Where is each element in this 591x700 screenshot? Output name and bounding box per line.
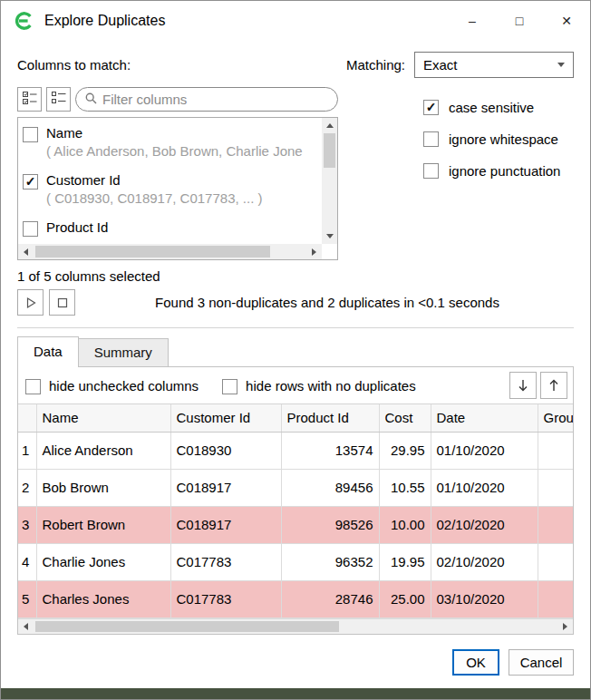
cell-group[interactable] xyxy=(538,506,573,543)
table-row-duplicate: 3 Robert Brown C018917 98526 10.00 02/10… xyxy=(18,506,573,543)
column-sample: ( Alice Anderson, Bob Brown, Charlie Jon… xyxy=(46,142,303,160)
arrow-left-icon xyxy=(24,623,28,630)
cell-group[interactable] xyxy=(538,469,573,506)
window-controls: – □ ✕ xyxy=(449,1,590,41)
cell-customer-id[interactable]: C018917 xyxy=(170,506,281,543)
column-item-product-id[interactable]: Product Id xyxy=(18,212,322,241)
arrow-up-icon xyxy=(326,123,334,128)
col-header-group[interactable]: Group xyxy=(538,404,573,432)
cell-customer-id[interactable]: C017783 xyxy=(170,543,281,580)
col-header-date[interactable]: Date xyxy=(431,404,538,432)
cell-name[interactable]: Charles Jones xyxy=(36,580,170,617)
cell-date[interactable]: 01/10/2020 xyxy=(431,432,538,469)
horizontal-scroll-thumb[interactable] xyxy=(35,246,270,258)
cell-cost[interactable]: 19.95 xyxy=(379,543,431,580)
cell-customer-id[interactable]: C017783 xyxy=(170,580,281,617)
arrow-down-icon xyxy=(516,378,530,393)
filter-columns-input[interactable] xyxy=(102,92,328,107)
check-all-columns-button[interactable] xyxy=(17,87,42,112)
move-up-button[interactable] xyxy=(540,372,567,399)
cell-date[interactable]: 02/10/2020 xyxy=(431,543,538,580)
cell-cost[interactable]: 10.55 xyxy=(379,469,431,506)
cell-product-id[interactable]: 96352 xyxy=(281,543,379,580)
cell-customer-id[interactable]: C018917 xyxy=(170,469,281,506)
col-header-row-number[interactable] xyxy=(18,404,36,432)
hide-unchecked-columns-checkbox[interactable] xyxy=(25,379,41,394)
cell-group[interactable] xyxy=(538,432,573,469)
cell-cost[interactable]: 10.00 xyxy=(379,506,431,543)
vertical-scroll-thumb[interactable] xyxy=(324,133,335,168)
cell-date[interactable]: 03/10/2020 xyxy=(431,580,538,617)
columns-selected-status: 1 of 5 columns selected xyxy=(17,268,338,284)
col-header-cost[interactable]: Cost xyxy=(379,404,431,432)
cell-customer-id[interactable]: C018930 xyxy=(170,432,281,469)
cell-group[interactable] xyxy=(538,580,573,617)
scroll-right-button[interactable] xyxy=(306,244,322,259)
cell-cost[interactable]: 29.95 xyxy=(379,432,431,469)
close-button[interactable]: ✕ xyxy=(543,1,590,41)
maximize-button[interactable]: □ xyxy=(496,1,543,41)
tab-data[interactable]: Data xyxy=(17,336,79,367)
columns-list-vertical-scrollbar[interactable] xyxy=(322,118,337,244)
scroll-left-button[interactable] xyxy=(18,618,34,634)
hide-no-duplicate-rows-checkbox[interactable] xyxy=(222,379,237,394)
scroll-right-button[interactable] xyxy=(557,618,573,634)
column-checkbox[interactable] xyxy=(23,127,38,142)
tab-summary[interactable]: Summary xyxy=(79,338,169,366)
column-checkbox[interactable] xyxy=(23,221,38,237)
column-item-name[interactable]: Name ( Alice Anderson, Bob Brown, Charli… xyxy=(18,118,322,165)
row-number: 4 xyxy=(18,543,36,580)
column-name: Name xyxy=(46,124,303,142)
arrow-down-icon xyxy=(326,234,334,238)
scroll-left-button[interactable] xyxy=(18,244,34,259)
horizontal-scroll-thumb[interactable] xyxy=(35,621,339,632)
search-icon xyxy=(85,92,97,107)
horizontal-scroll-track[interactable] xyxy=(34,619,557,634)
cell-name[interactable]: Charlie Jones xyxy=(36,543,170,580)
column-item-customer-id[interactable]: ✓ Customer Id ( C018930, C018917, C01778… xyxy=(18,165,322,212)
cell-group[interactable] xyxy=(538,543,573,580)
table-row: 4 Charlie Jones C017783 96352 19.95 02/1… xyxy=(18,543,573,580)
play-button[interactable] xyxy=(17,289,44,316)
table-horizontal-scrollbar[interactable] xyxy=(18,618,573,634)
table-row: 1 Alice Anderson C018930 13574 29.95 01/… xyxy=(18,432,573,469)
stop-button[interactable] xyxy=(49,289,75,316)
col-header-product-id[interactable]: Product Id xyxy=(281,404,379,432)
filter-columns-box[interactable] xyxy=(75,87,338,112)
scroll-up-button[interactable] xyxy=(322,118,337,133)
titlebar[interactable]: Explore Duplicates – □ ✕ xyxy=(1,1,590,41)
arrow-left-icon xyxy=(24,248,28,256)
col-header-name[interactable]: Name xyxy=(36,404,170,432)
cell-product-id[interactable]: 28746 xyxy=(281,580,379,617)
cell-cost[interactable]: 25.00 xyxy=(379,580,431,617)
cell-name[interactable]: Alice Anderson xyxy=(36,432,170,469)
data-table: Name Customer Id Product Id Cost Date Gr… xyxy=(18,404,573,618)
ignore-punctuation-checkbox[interactable] xyxy=(423,163,439,179)
scroll-down-button[interactable] xyxy=(322,228,337,244)
data-table-viewport: Name Customer Id Product Id Cost Date Gr… xyxy=(18,404,573,618)
uncheck-all-columns-button[interactable] xyxy=(46,87,71,112)
divider xyxy=(17,327,574,328)
matching-select[interactable]: Exact xyxy=(414,52,574,78)
cell-name[interactable]: Bob Brown xyxy=(36,469,170,506)
column-checkbox[interactable]: ✓ xyxy=(23,174,38,190)
cancel-button[interactable]: Cancel xyxy=(509,649,574,676)
background-strip xyxy=(1,688,590,699)
case-sensitive-checkbox[interactable]: ✓ xyxy=(423,100,439,115)
cell-date[interactable]: 02/10/2020 xyxy=(431,506,538,543)
cell-product-id[interactable]: 13574 xyxy=(281,432,379,469)
ok-button[interactable]: OK xyxy=(452,649,499,676)
arrow-right-icon xyxy=(563,623,567,630)
horizontal-scroll-track[interactable] xyxy=(34,244,306,259)
cell-product-id[interactable]: 98526 xyxy=(281,506,379,543)
vertical-scroll-track[interactable] xyxy=(322,133,337,228)
move-down-button[interactable] xyxy=(509,372,537,399)
cell-date[interactable]: 01/10/2020 xyxy=(431,469,538,506)
cell-product-id[interactable]: 89456 xyxy=(281,469,379,506)
col-header-customer-id[interactable]: Customer Id xyxy=(170,404,281,432)
minimize-button[interactable]: – xyxy=(449,1,496,41)
columns-list-horizontal-scrollbar[interactable] xyxy=(18,244,322,259)
cell-name[interactable]: Robert Brown xyxy=(36,506,170,543)
ignore-whitespace-checkbox[interactable] xyxy=(423,131,439,147)
result-status: Found 3 non-duplicates and 2 duplicates … xyxy=(81,295,574,310)
